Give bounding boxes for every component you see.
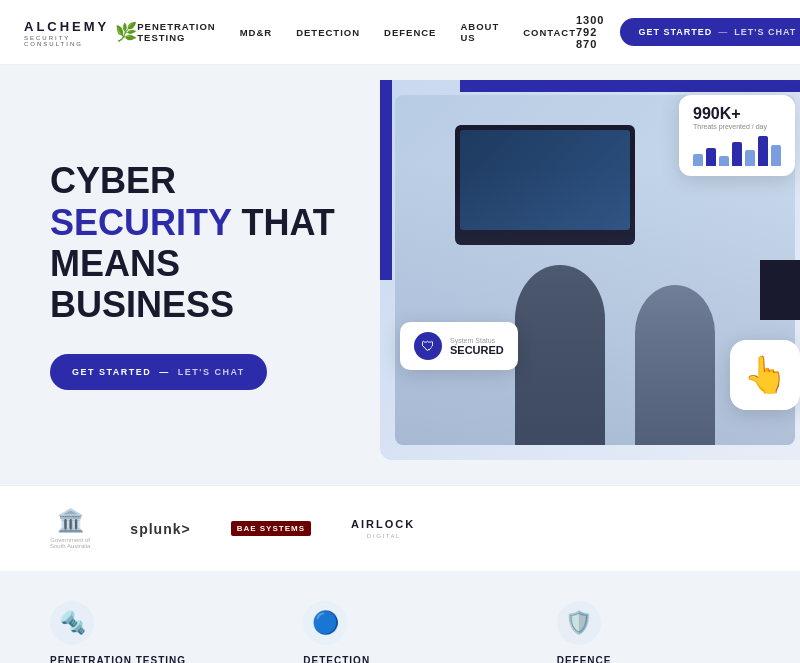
- hero-title-cyber: CYBER: [50, 160, 176, 201]
- service-pen-testing: 🔩 PENETRATION TESTING It identifies the …: [50, 601, 243, 663]
- hero-title-line2: MEANS BUSINESS: [50, 243, 234, 325]
- pen-testing-icon: 🔩: [50, 601, 94, 645]
- phone-number: 1300 792 870: [576, 14, 604, 50]
- nav-detection[interactable]: DETECTION: [296, 27, 360, 38]
- navbar: ALCHEMY SECURITY CONSULTING 🌿 PENETRATIO…: [0, 0, 800, 65]
- defence-name: DEFENCE: [557, 655, 750, 663]
- nav-about[interactable]: ABOUT US: [460, 21, 499, 43]
- secure-text: System Status SECURED: [450, 337, 504, 356]
- secure-badge: 🛡 System Status SECURED: [400, 322, 518, 370]
- hero-cta-button[interactable]: GET STARTED — LET'S CHAT: [50, 354, 267, 390]
- partner-bae: BAE SYSTEMS: [231, 521, 311, 536]
- logo-text: ALCHEMY: [24, 19, 109, 34]
- hero-title: CYBER SECURITY THAT MEANS BUSINESS: [50, 160, 340, 326]
- secure-label: System Status: [450, 337, 504, 344]
- partner-govt: 🏛️ Government ofSouth Australia: [50, 508, 90, 549]
- partner-bae-name: BAE SYSTEMS: [231, 521, 311, 536]
- logo-sub: SECURITY CONSULTING: [24, 35, 109, 47]
- hero-section: CYBER SECURITY THAT MEANS BUSINESS GET S…: [0, 65, 800, 485]
- bar-2: [706, 148, 716, 166]
- service-defence: 🛡️ DEFENCE Defence focuses on defining a…: [557, 601, 750, 663]
- nav-defence[interactable]: DEFENCE: [384, 27, 436, 38]
- blue-accent-top: [460, 80, 800, 92]
- partners-section: 🏛️ Government ofSouth Australia splunk> …: [0, 485, 800, 571]
- fingerprint-card: 👆: [730, 340, 800, 410]
- shield-icon: 🛡: [414, 332, 442, 360]
- hero-content: CYBER SECURITY THAT MEANS BUSINESS GET S…: [0, 120, 380, 430]
- black-accent: [760, 260, 800, 320]
- blue-accent-left: [380, 80, 392, 280]
- hero-title-that: THAT: [241, 202, 334, 243]
- logo: ALCHEMY SECURITY CONSULTING 🌿: [24, 17, 137, 47]
- detection-icon: 🔵: [303, 601, 347, 645]
- stats-number: 990K+: [693, 105, 781, 123]
- bar-6: [758, 136, 768, 166]
- partner-govt-emblem: 🏛️: [57, 508, 84, 534]
- nav-cta-divider: —: [718, 27, 728, 37]
- partner-splunk: splunk>: [130, 521, 190, 537]
- partner-airlock-name: AIRLOCK: [351, 518, 415, 530]
- hero-cta-chat: LET'S CHAT: [178, 367, 245, 377]
- bar-7: [771, 145, 781, 166]
- hero-cta-start: GET STARTED: [72, 367, 151, 377]
- partner-airlock: AIRLOCK D I G I T A L: [351, 518, 415, 539]
- nav-cta-start: GET STARTED: [638, 27, 712, 37]
- stats-card: 990K+ Threats prevented / day: [679, 95, 795, 176]
- nav-cta-button[interactable]: GET STARTED — LET'S CHAT: [620, 18, 800, 46]
- logo-icon: 🌿: [115, 21, 137, 43]
- partner-splunk-name: splunk>: [130, 521, 190, 537]
- detection-name: DETECTION: [303, 655, 496, 663]
- bar-4: [732, 142, 742, 166]
- hero-title-security: SECURITY: [50, 202, 231, 243]
- hero-cta-divider: —: [159, 367, 170, 377]
- bar-chart: [693, 136, 781, 166]
- partner-airlock-sub: D I G I T A L: [367, 533, 399, 539]
- bar-3: [719, 156, 729, 167]
- hero-image-area: 990K+ Threats prevented / day 🛡 System S…: [380, 80, 800, 460]
- partner-govt-name: Government ofSouth Australia: [50, 537, 90, 549]
- service-detection: 🔵 DETECTION Detection focuses on both pr…: [303, 601, 496, 663]
- defence-icon: 🛡️: [557, 601, 601, 645]
- nav-links: PENETRATION TESTING MD&R DETECTION DEFEN…: [137, 21, 576, 43]
- bar-1: [693, 154, 703, 166]
- services-section: 🔩 PENETRATION TESTING It identifies the …: [0, 571, 800, 663]
- bar-5: [745, 150, 755, 167]
- stats-label: Threats prevented / day: [693, 123, 781, 130]
- nav-cta-chat: LET'S CHAT: [734, 27, 796, 37]
- secure-value: SECURED: [450, 344, 504, 356]
- nav-contact[interactable]: CONTACT: [523, 27, 576, 38]
- nav-right: 1300 792 870 GET STARTED — LET'S CHAT: [576, 14, 800, 50]
- fingerprint-icon: 👆: [743, 354, 788, 396]
- nav-mdr[interactable]: MD&R: [240, 27, 273, 38]
- nav-penetration[interactable]: PENETRATION TESTING: [137, 21, 215, 43]
- pen-testing-name: PENETRATION TESTING: [50, 655, 243, 663]
